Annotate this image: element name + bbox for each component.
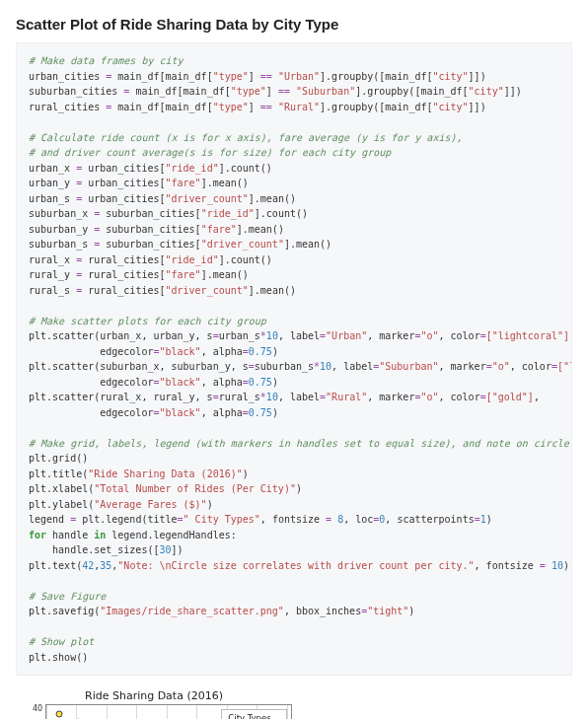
scatter-chart: Ride Sharing Data (2016) Average Fares (… bbox=[16, 689, 292, 719]
chart-ylabel: Average Fares ($) bbox=[16, 704, 30, 719]
section-heading: Scatter Plot of Ride Sharing Data by Cit… bbox=[16, 16, 572, 33]
chart-yticks: 4035302520 bbox=[30, 704, 45, 719]
chart-legend: City Types Urban Suburban Rural bbox=[221, 709, 287, 719]
chart-title: Ride Sharing Data (2016) bbox=[16, 689, 292, 702]
chart-plot-area: City Types Urban Suburban Rural bbox=[45, 704, 292, 719]
output-area: Ride Sharing Data (2016) Average Fares (… bbox=[16, 689, 572, 719]
data-point bbox=[55, 710, 62, 717]
code-cell: # Make data frames by city urban_cities … bbox=[16, 42, 572, 676]
legend-title: City Types bbox=[228, 713, 280, 719]
